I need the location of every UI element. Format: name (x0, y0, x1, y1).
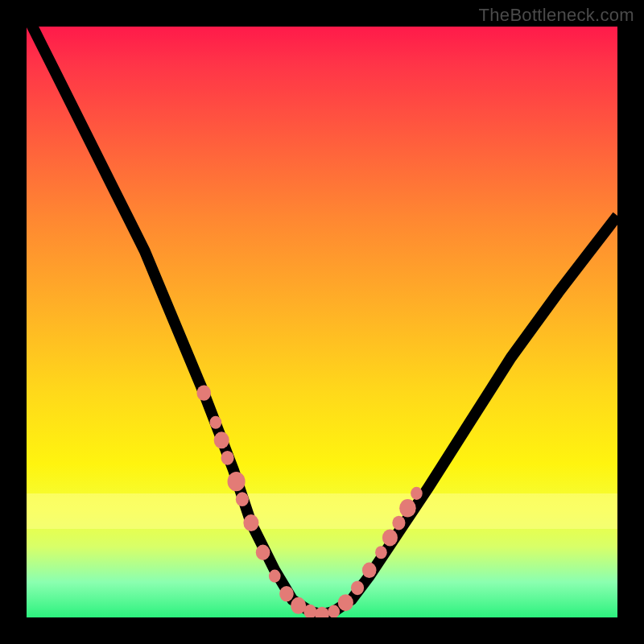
curve-marker (291, 597, 306, 614)
watermark-text: TheBottleneck.com (479, 5, 634, 26)
curve-marker (279, 586, 294, 601)
curve-marker (256, 545, 270, 560)
curve-marker (214, 431, 229, 448)
curve-marker (269, 570, 281, 583)
curve-marker (351, 580, 364, 595)
curve-marker (362, 563, 377, 578)
curve-marker (375, 546, 387, 559)
curve-marker (196, 385, 211, 400)
curve-marker (221, 451, 233, 465)
curve-marker (328, 605, 340, 617)
chart-plot-area (27, 27, 617, 617)
curve-marker (338, 594, 353, 611)
curve-marker (210, 416, 222, 429)
curve-marker (382, 529, 398, 546)
curve-marker (228, 472, 246, 491)
chart-svg (27, 27, 617, 617)
curve-marker (303, 605, 316, 617)
highlight-band (27, 493, 617, 529)
curve-marker (315, 607, 329, 617)
